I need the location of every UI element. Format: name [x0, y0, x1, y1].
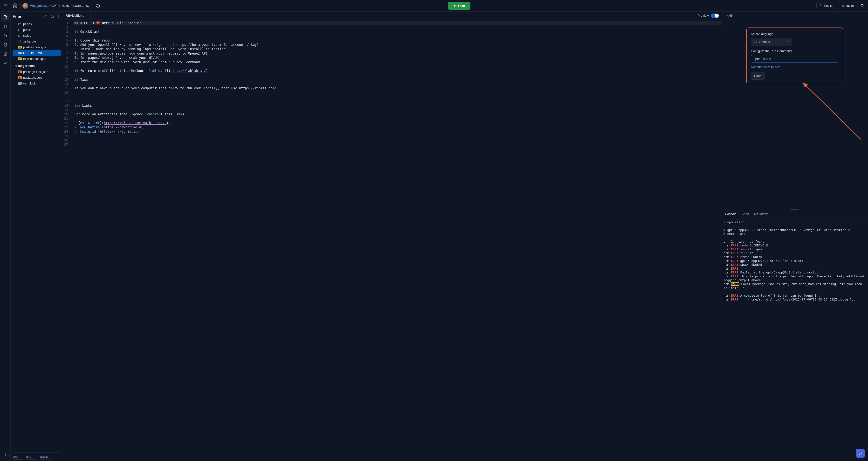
file-row[interactable]: 🔒yarn.lock	[12, 81, 61, 86]
sidebar-files-icon[interactable]	[1, 13, 9, 21]
configure-run-label: Configure the Run Command	[751, 49, 838, 53]
console-output[interactable]: > npm start > gpt-3-app@0.0.1 start /hom…	[721, 219, 868, 461]
svg-point-8	[4, 52, 7, 53]
svg-point-2	[861, 4, 863, 7]
console-tab[interactable]: Shell	[739, 210, 751, 218]
svg-point-1	[842, 5, 843, 5]
code-line[interactable]: 1. Clone this repo	[73, 38, 721, 42]
code-line[interactable]	[73, 90, 721, 95]
code-line[interactable]	[73, 34, 721, 38]
svg-point-5	[4, 27, 5, 28]
file-row[interactable]: JSpostcss.config.js	[12, 45, 61, 50]
breadcrumb-repo[interactable]: GPT-3-Nextjs-Tailwin…	[51, 4, 84, 7]
code-line[interactable]: - [Nextgrid](https://nextgrid.ai)	[73, 129, 721, 134]
console-tab[interactable]: Markdown	[752, 210, 771, 218]
code-line[interactable]: - [My Twitter](https://twitter.com/mathi…	[73, 121, 721, 125]
code-line[interactable]: 4. In `pages/api/openai.js` you construc…	[73, 51, 721, 56]
folder-row[interactable]: public	[12, 27, 61, 33]
svg-point-9	[58, 16, 59, 16]
done-button[interactable]: Done	[751, 72, 765, 80]
pane-resize-handle[interactable]	[721, 209, 868, 210]
chat-button[interactable]	[856, 449, 865, 458]
hamburger-menu[interactable]	[2, 2, 10, 10]
code-line[interactable]	[73, 108, 721, 112]
search-icon[interactable]	[858, 2, 866, 10]
replit-tab[interactable]: .replit	[721, 11, 868, 20]
more-icon[interactable]	[56, 14, 61, 19]
code-line[interactable]: ## Tips	[73, 77, 721, 82]
preview-toggle[interactable]	[711, 13, 719, 18]
code-line[interactable]: 6. start the dev server with `yarn dev` …	[73, 60, 721, 64]
code-line[interactable]	[73, 82, 721, 86]
main: ? Files pagespublicstyles.gitignoreJSpos…	[0, 11, 868, 461]
console-tab[interactable]: Console	[722, 210, 739, 218]
code-line[interactable]: ---	[73, 95, 721, 99]
publish-button[interactable]: Publish	[816, 2, 837, 9]
sidebar-vcs-icon[interactable]	[1, 22, 9, 30]
right-panel: .replit Select language Node.js Configur…	[721, 11, 868, 461]
code-line[interactable]: If you don't have a setup on your comput…	[73, 86, 721, 90]
run-command-input[interactable]	[751, 55, 838, 63]
invite-button[interactable]: Invite	[839, 2, 857, 9]
footer-expand-icon[interactable]	[56, 454, 61, 460]
code-line[interactable]: ## QuickStart	[73, 29, 721, 34]
code-line[interactable]: ## A GPT-3 ❤️ Nextjs Quick starter	[73, 21, 721, 25]
sidebar-db-icon[interactable]	[1, 50, 9, 58]
code-line[interactable]: 5. In `pages/index.js` you tweak your UI…	[73, 56, 721, 60]
run-config-card: Select language Node.js Configure the Ru…	[746, 28, 843, 84]
folder-row[interactable]: pages	[12, 21, 61, 27]
code-line[interactable]	[73, 25, 721, 29]
language-select[interactable]: Node.js	[751, 38, 792, 46]
breadcrumb-sep: /	[49, 4, 50, 7]
new-file-icon[interactable]	[43, 14, 49, 19]
close-tab-icon[interactable]: ×	[86, 14, 88, 18]
svg-line-12	[806, 85, 861, 140]
file-row[interactable]: .gitignore	[12, 39, 61, 44]
history-icon[interactable]	[94, 2, 102, 10]
code-line[interactable]: For more on Artificial Intelligence, che…	[73, 112, 721, 116]
help-button[interactable]: ?	[2, 452, 9, 459]
breadcrumb-user[interactable]: Mindgames1	[30, 4, 48, 7]
code-line[interactable]	[73, 99, 721, 103]
replit-pane: .replit Select language Node.js Configur…	[721, 11, 868, 209]
code-line[interactable]	[73, 116, 721, 121]
file-more-icon[interactable]: ⋮	[57, 51, 60, 55]
console-tabs: ConsoleShellMarkdown	[721, 210, 868, 219]
storage-meter: Storage	[39, 456, 50, 460]
sidebar: ?	[0, 11, 11, 461]
code-line[interactable]: - [New Native](https://newnative.ai)	[73, 125, 721, 129]
sidebar-secrets-icon[interactable]	[1, 31, 9, 39]
file-row[interactable]: {}package-lock.json	[12, 69, 61, 75]
replit-logo[interactable]	[11, 2, 18, 9]
code-line[interactable]	[73, 134, 721, 138]
new-folder-icon[interactable]	[50, 14, 55, 19]
breadcrumb[interactable]: Mindgames1 / GPT-3-Nextjs-Tailwin…	[20, 2, 92, 10]
editor-pane: README.md × Preview 12345▾6 789101112131…	[63, 11, 721, 461]
run-button[interactable]: Run	[448, 2, 470, 10]
code-line[interactable]	[73, 73, 721, 77]
file-tree: pagespublicstyles.gitignoreJSpostcss.con…	[12, 21, 61, 62]
code-line[interactable]: 2. Add your OpenAI API key to .env file …	[73, 42, 721, 47]
code-line[interactable]: ### Links	[73, 103, 721, 108]
editor-tabbar: README.md × Preview	[63, 11, 721, 20]
packager-label: Packager files	[12, 62, 61, 69]
sidebar-settings-icon[interactable]	[1, 40, 9, 49]
code-line[interactable]	[73, 64, 721, 68]
language-value: Node.js	[760, 40, 770, 44]
editor-tab-label: README.md	[66, 14, 84, 18]
code-line[interactable]: ## For more stuff like this checkout [la…	[73, 68, 721, 73]
editor-tab[interactable]: README.md ×	[63, 11, 91, 20]
folder-row[interactable]: styles	[12, 33, 61, 38]
help-link[interactable]: Not sure what to do?	[751, 65, 838, 69]
svg-point-7	[5, 44, 6, 46]
file-row[interactable]: M↓README.md⋮	[12, 50, 61, 56]
file-row[interactable]: JStailwind.config.js	[12, 56, 61, 62]
invite-label: Invite	[846, 4, 854, 7]
svg-point-11	[58, 18, 59, 18]
file-row[interactable]: {}package.json	[12, 75, 61, 80]
avatar	[23, 3, 28, 9]
cpu-meter: CPU	[12, 456, 23, 460]
sidebar-check-icon[interactable]	[1, 59, 9, 67]
code-line[interactable]: 3. Install node_modules by running `npm …	[73, 47, 721, 51]
code-editor[interactable]: 12345▾6 78910111213141516 17181920212223…	[63, 20, 721, 461]
